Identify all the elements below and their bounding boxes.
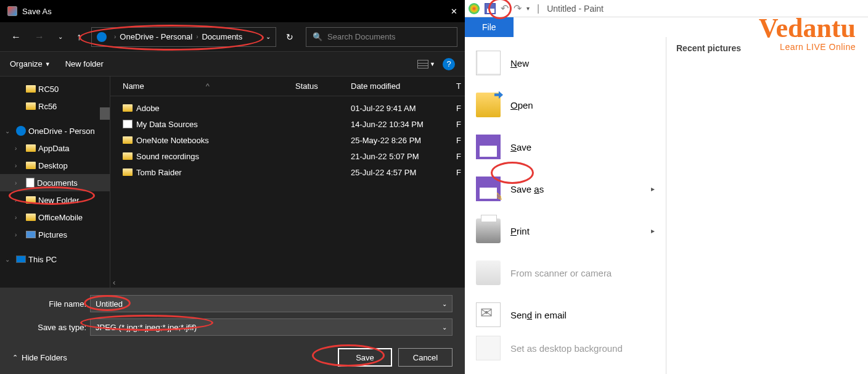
- tree-item-onedrive-person[interactable]: ⌄OneDrive - Person: [0, 122, 110, 139]
- search-placeholder: Search Documents: [327, 32, 396, 41]
- close-button[interactable]: ✕: [451, 7, 457, 16]
- file-menu: New Open Save Save as ▸ Print ▸: [465, 37, 666, 374]
- recent-dropdown[interactable]: ⌄: [54, 31, 67, 43]
- saveas-label: Save as type:: [12, 323, 86, 332]
- tree-item-pictures[interactable]: ›Pictures: [0, 226, 110, 243]
- hide-folders-button[interactable]: ⌃ Hide Folders: [12, 353, 67, 362]
- tree-item-rc50[interactable]: RC50: [0, 80, 110, 98]
- paint-body: New Open Save Save as ▸ Print ▸: [465, 37, 868, 374]
- undo-button[interactable]: ↶: [501, 2, 509, 14]
- col-status[interactable]: Status: [295, 81, 351, 91]
- file-row[interactable]: Adobe01-Jul-22 9:41 AMF: [110, 100, 465, 116]
- body-area: RC50Rc56⌄OneDrive - Person›AppData›Deskt…: [0, 77, 465, 288]
- view-button[interactable]: ▼: [417, 60, 435, 69]
- back-button[interactable]: ←: [7, 29, 25, 45]
- menu-open[interactable]: Open: [465, 84, 666, 126]
- qa-dropdown[interactable]: ▾: [526, 5, 530, 12]
- desktop-icon: [476, 336, 501, 360]
- menu-desktop-bg: Set as desktop background: [465, 336, 666, 360]
- scanner-icon: [476, 260, 501, 285]
- bottom-panel: File name: Untitled⌄ Save as type: JPEG …: [0, 288, 465, 374]
- bc-root[interactable]: OneDrive - Personal: [120, 32, 192, 41]
- bc-dropdown[interactable]: ⌄: [266, 33, 271, 40]
- vedantu-tagline: Learn LIVE Online: [759, 42, 856, 52]
- cancel-button[interactable]: Cancel: [398, 348, 452, 367]
- chevron-right-icon: ▸: [651, 185, 655, 193]
- up-button[interactable]: ↑: [73, 29, 85, 45]
- save-button[interactable]: Save: [338, 348, 392, 367]
- tree-item-this-pc[interactable]: ⌄This PC: [0, 251, 110, 268]
- tree-scrollbar[interactable]: [100, 107, 110, 120]
- dialog-title: Save As: [22, 7, 52, 16]
- qa-save-button[interactable]: [485, 3, 496, 14]
- file-tab[interactable]: File: [465, 17, 514, 37]
- chevron-right-icon: ▸: [651, 226, 655, 235]
- organize-button[interactable]: Organize ▼: [10, 59, 51, 69]
- menu-print[interactable]: Print ▸: [465, 210, 666, 252]
- tree-item-desktop[interactable]: ›Desktop: [0, 157, 110, 174]
- bc-sep: ›: [114, 33, 116, 40]
- file-row[interactable]: My Data Sources14-Jun-22 10:34 PMF: [110, 116, 465, 132]
- forward-button[interactable]: →: [31, 29, 48, 45]
- new-folder-button[interactable]: New folder: [65, 59, 104, 69]
- redo-button[interactable]: ↷: [514, 2, 522, 14]
- tree-item-appdata[interactable]: ›AppData: [0, 139, 110, 157]
- nav-row: ← → ⌄ ↑ › OneDrive - Personal › Document…: [0, 22, 465, 52]
- col-type[interactable]: T: [456, 81, 465, 91]
- file-row[interactable]: OneNote Notebooks25-May-22 8:26 PMF: [110, 132, 465, 148]
- window-title: Untitled - Paint: [547, 4, 604, 14]
- breadcrumb[interactable]: › OneDrive - Personal › Documents ⌄: [91, 27, 276, 47]
- file-row[interactable]: Tomb Raider25-Jul-22 4:57 PMF: [110, 164, 465, 180]
- recent-panel: Recent pictures: [666, 37, 868, 374]
- search-icon: 🔍: [313, 32, 322, 41]
- onedrive-icon: [97, 32, 107, 42]
- open-icon: [476, 93, 501, 117]
- tree-pane: RC50Rc56⌄OneDrive - Person›AppData›Deskt…: [0, 77, 110, 288]
- tree-item-new-folder[interactable]: ›New Folder: [0, 191, 110, 209]
- search-box[interactable]: 🔍 Search Documents: [306, 27, 457, 47]
- saveas-type-select[interactable]: JPEG (*.jpg;*.jpeg;*.jpe;*.jfif)⌄: [90, 318, 452, 336]
- help-button[interactable]: ?: [443, 58, 455, 70]
- menu-new[interactable]: New: [465, 42, 666, 84]
- toolbar: Organize ▼ New folder ▼ ?: [0, 52, 465, 77]
- tree-item-documents[interactable]: ›Documents: [0, 174, 110, 191]
- refresh-button[interactable]: ↻: [286, 32, 293, 42]
- app-icon: [7, 6, 17, 16]
- paint-logo-icon: [469, 3, 480, 14]
- col-date[interactable]: Date modified: [351, 81, 456, 91]
- save-as-dialog: Save As ✕ ← → ⌄ ↑ › OneDrive - Personal …: [0, 0, 465, 374]
- title-bar: Save As ✕: [0, 0, 465, 22]
- menu-scanner: From scanner or camera: [465, 252, 666, 294]
- filename-label: File name:: [12, 299, 86, 309]
- filename-input[interactable]: Untitled⌄: [90, 295, 452, 312]
- menu-save[interactable]: Save: [465, 126, 666, 168]
- file-pane: Name^ Status Date modified T Adobe01-Jul…: [110, 77, 465, 288]
- title-sep: |: [537, 3, 539, 14]
- paint-window: ↶ ↷ ▾ | Untitled - Paint File New Open S…: [465, 0, 868, 374]
- print-icon: [476, 218, 501, 243]
- email-icon: [476, 302, 501, 327]
- bc-sep2: ›: [196, 33, 198, 40]
- menu-save-as[interactable]: Save as ▸: [465, 168, 666, 210]
- new-icon: [476, 51, 501, 75]
- column-headers: Name^ Status Date modified T: [110, 77, 465, 96]
- col-name[interactable]: Name^: [123, 81, 295, 91]
- file-rows: Adobe01-Jul-22 9:41 AMFMy Data Sources14…: [110, 96, 465, 276]
- h-scroll[interactable]: ‹: [110, 276, 465, 288]
- save-icon: [476, 135, 501, 159]
- vedantu-name: Vedantu: [759, 15, 856, 42]
- tree-item-rc56[interactable]: Rc56: [0, 98, 110, 115]
- vedantu-logo: Vedantu Learn LIVE Online: [759, 15, 856, 52]
- bc-current[interactable]: Documents: [202, 32, 242, 41]
- tree-item-officemobile[interactable]: ›OfficeMobile: [0, 209, 110, 226]
- menu-send-email[interactable]: Send in email: [465, 294, 666, 336]
- save-as-icon: [476, 177, 501, 201]
- file-row[interactable]: Sound recordings21-Jun-22 5:07 PMF: [110, 148, 465, 164]
